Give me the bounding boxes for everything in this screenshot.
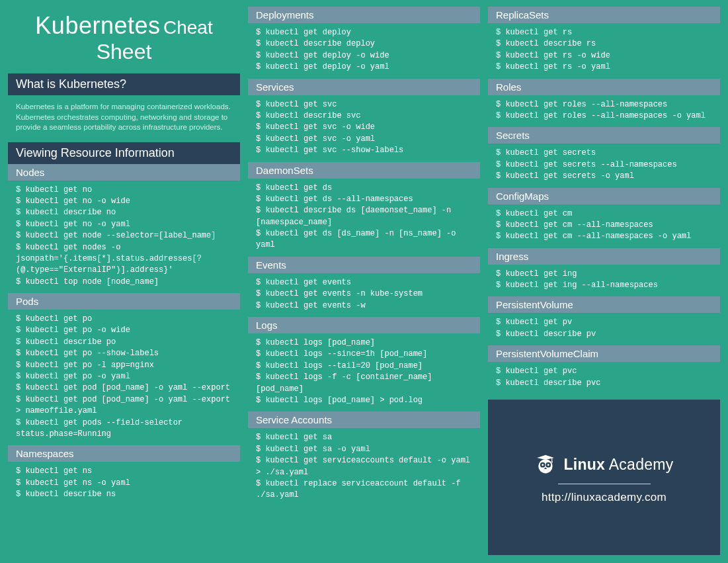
svg-point-6 bbox=[547, 464, 549, 466]
column-2: Deployments $ kubectl get deploy $ kubec… bbox=[248, 7, 480, 555]
subhead-events: Events bbox=[248, 257, 480, 273]
code-nodes: $ kubectl get no $ kubectl get no -o wid… bbox=[8, 181, 240, 294]
owl-icon bbox=[534, 453, 557, 476]
brand-name: Linux Academy bbox=[563, 456, 673, 474]
code-ingress: $ kubectl get ing $ kubectl get ing --al… bbox=[488, 265, 720, 297]
title-word-kubernetes: Kubernetes bbox=[35, 12, 160, 39]
title-word-cheat: Cheat bbox=[163, 17, 213, 38]
subhead-configmaps: ConfigMaps bbox=[488, 188, 720, 204]
code-namespaces: $ kubectl get ns $ kubectl get ns -o yam… bbox=[8, 462, 240, 505]
code-serviceaccounts: $ kubectl get sa $ kubectl get sa -o yam… bbox=[248, 428, 480, 506]
code-roles: $ kubectl get roles --all-namespaces $ k… bbox=[488, 95, 720, 128]
title-block: Kubernetes Cheat Sheet bbox=[8, 7, 240, 73]
svg-point-5 bbox=[542, 464, 544, 466]
code-services: $ kubectl get svc $ kubectl describe svc… bbox=[248, 95, 480, 162]
svg-rect-0 bbox=[552, 457, 553, 461]
subhead-ingress: Ingress bbox=[488, 248, 720, 265]
brand-row: Linux Academy bbox=[534, 453, 673, 476]
subhead-nodes: Nodes bbox=[8, 164, 240, 181]
code-secrets: $ kubectl get secrets $ kubectl get secr… bbox=[488, 144, 720, 187]
subhead-namespaces: Namespaces bbox=[8, 445, 240, 462]
code-events: $ kubectl get events $ kubectl get event… bbox=[248, 273, 480, 317]
code-pvc: $ kubectl get pvc $ kubectl describe pvc bbox=[488, 362, 720, 394]
code-deployments: $ kubectl get deploy $ kubectl describe … bbox=[248, 23, 480, 79]
code-daemonsets: $ kubectl get ds $ kubectl get ds --all-… bbox=[248, 179, 480, 257]
code-replicasets: $ kubectl get rs $ kubectl describe rs $… bbox=[488, 23, 720, 79]
subhead-deployments: Deployments bbox=[248, 7, 480, 23]
subhead-pods: Pods bbox=[8, 293, 240, 310]
code-logs: $ kubectl logs [pod_name] $ kubectl logs… bbox=[248, 333, 480, 411]
brand-name-light-text: Academy bbox=[609, 456, 674, 473]
subhead-logs: Logs bbox=[248, 317, 480, 333]
brand-name-bold: Linux bbox=[563, 456, 605, 473]
subhead-pv: PersistentVolume bbox=[488, 296, 720, 313]
subhead-serviceaccounts: Service Accounts bbox=[248, 411, 480, 428]
heading-what-is: What is Kubernetes? bbox=[8, 73, 240, 95]
title-line1: Kubernetes Cheat bbox=[15, 12, 233, 40]
subhead-replicasets: ReplicaSets bbox=[488, 7, 720, 23]
title-line2: Sheet bbox=[15, 40, 233, 64]
whatis-body: Kubernetes is a platform for managing co… bbox=[8, 95, 240, 142]
column-3: ReplicaSets $ kubectl get rs $ kubectl d… bbox=[488, 7, 720, 555]
brand-panel: Linux Academy http://linuxacademy.com bbox=[488, 400, 720, 555]
column-1: Kubernetes Cheat Sheet What is Kubernete… bbox=[8, 7, 240, 555]
code-pods: $ kubectl get po $ kubectl get po -o wid… bbox=[8, 310, 240, 445]
code-pv: $ kubectl get pv $ kubectl describe pv bbox=[488, 313, 720, 345]
brand-url: http://linuxacademy.com bbox=[542, 491, 667, 504]
cheatsheet-page: Kubernetes Cheat Sheet What is Kubernete… bbox=[0, 0, 728, 563]
subhead-roles: Roles bbox=[488, 79, 720, 95]
code-configmaps: $ kubectl get cm $ kubectl get cm --all-… bbox=[488, 204, 720, 248]
subhead-pvc: PersistentVolumeClaim bbox=[488, 345, 720, 362]
subhead-secrets: Secrets bbox=[488, 127, 720, 144]
brand-divider bbox=[558, 484, 651, 484]
heading-viewing-resource-info: Viewing Resource Information bbox=[8, 142, 240, 164]
subhead-services: Services bbox=[248, 79, 480, 95]
subhead-daemonsets: DaemonSets bbox=[248, 162, 480, 179]
